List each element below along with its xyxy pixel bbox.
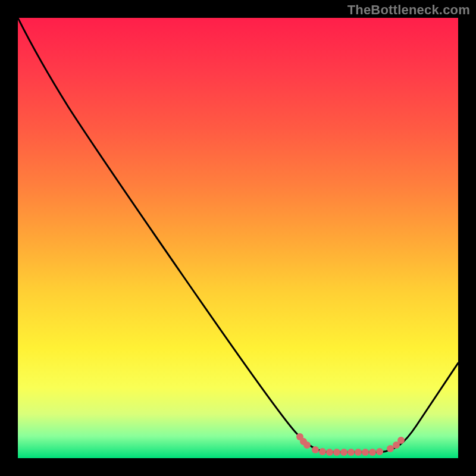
highlight-dot	[340, 449, 347, 456]
plot-area	[18, 18, 458, 458]
highlight-dot	[355, 449, 362, 456]
highlight-dot	[347, 449, 355, 456]
watermark-text: TheBottleneck.com	[347, 2, 470, 18]
highlight-dot	[319, 448, 326, 455]
highlight-dot	[326, 449, 333, 456]
highlight-dot	[303, 441, 311, 449]
highlight-dot	[397, 437, 405, 444]
highlight-dot	[376, 448, 383, 455]
gradient-background	[18, 18, 458, 458]
highlight-dot	[333, 449, 340, 456]
highlight-dot	[312, 446, 319, 453]
highlight-dot	[362, 449, 369, 456]
chart-svg	[18, 18, 458, 458]
highlight-dot	[369, 449, 376, 456]
chart-container: TheBottleneck.com	[0, 0, 476, 476]
highlight-dot	[387, 445, 394, 452]
